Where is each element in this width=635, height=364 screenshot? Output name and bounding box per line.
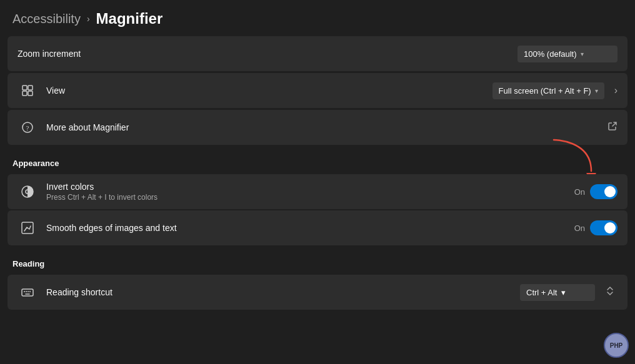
svg-rect-1 (28, 86, 32, 90)
breadcrumb-accessibility[interactable]: Accessibility (12, 12, 81, 26)
view-control: Full screen (Ctrl + Alt + F) ▾ › (492, 82, 618, 99)
page-title: Magnifier (96, 10, 163, 27)
smooth-edges-row: Smooth edges of images and text On (8, 210, 628, 245)
more-about-row[interactable]: ? More about Magnifier (8, 110, 628, 145)
zoom-increment-control: 100% (default) ▾ (518, 46, 618, 62)
svg-rect-2 (22, 91, 27, 96)
invert-colors-wrapper: Invert colors Press Ctrl + Alt + I to in… (0, 174, 635, 209)
view-icon (18, 81, 38, 101)
info-icon: ? (18, 117, 38, 137)
svg-rect-0 (22, 86, 27, 90)
svg-text:?: ? (26, 124, 29, 132)
external-link-icon (608, 121, 618, 134)
reading-section-title: Reading (0, 247, 635, 273)
appearance-section-title: Appearance (0, 146, 635, 173)
invert-colors-sublabel: Press Ctrl + Alt + I to invert colors (46, 193, 574, 202)
keyboard-icon (18, 282, 38, 302)
invert-colors-toggle-container: On (574, 184, 618, 199)
smooth-edges-toggle-container: On (574, 220, 618, 235)
chevron-down-icon: ▾ (561, 288, 566, 297)
php-badge: PHP (604, 333, 629, 358)
reading-shortcut-label: Reading shortcut (46, 287, 520, 297)
chevron-down-icon: ▾ (595, 87, 598, 94)
toggle-knob (604, 222, 616, 234)
view-row: View Full screen (Ctrl + Alt + F) ▾ › (8, 73, 628, 108)
more-about-control (608, 121, 618, 134)
more-about-label: More about Magnifier (46, 122, 608, 132)
view-arrow-icon: › (614, 85, 618, 96)
invert-colors-icon (18, 182, 38, 202)
invert-colors-label: Invert colors (46, 182, 574, 192)
reading-shortcut-expand-button[interactable] (602, 283, 618, 301)
zoom-increment-row: Zoom increment 100% (default) ▾ (8, 36, 628, 71)
zoom-increment-dropdown[interactable]: 100% (default) ▾ (518, 46, 618, 62)
breadcrumb: Accessibility › Magnifier (0, 0, 635, 35)
chevron-down-icon: ▾ (581, 51, 584, 57)
zoom-increment-label: Zoom increment (18, 49, 518, 59)
view-dropdown[interactable]: Full screen (Ctrl + Alt + F) ▾ (492, 82, 604, 99)
reading-shortcut-dropdown[interactable]: Ctrl + Alt ▾ (520, 284, 595, 301)
smooth-edges-label: Smooth edges of images and text (46, 223, 574, 233)
reading-shortcut-row: Reading shortcut Ctrl + Alt ▾ (8, 275, 628, 310)
toggle-knob (604, 186, 616, 197)
svg-rect-3 (28, 91, 32, 96)
breadcrumb-chevron: › (87, 14, 90, 24)
svg-rect-10 (22, 289, 33, 296)
invert-colors-state: On (574, 187, 585, 197)
smooth-edges-state: On (574, 224, 585, 233)
reading-shortcut-control: Ctrl + Alt ▾ (520, 283, 618, 301)
invert-colors-label-block: Invert colors Press Ctrl + Alt + I to in… (46, 182, 574, 202)
invert-colors-toggle[interactable] (590, 184, 618, 199)
smooth-edges-toggle[interactable] (590, 220, 618, 235)
smooth-edges-icon (18, 218, 38, 238)
invert-colors-row: Invert colors Press Ctrl + Alt + I to in… (8, 174, 628, 209)
view-label: View (46, 86, 492, 96)
